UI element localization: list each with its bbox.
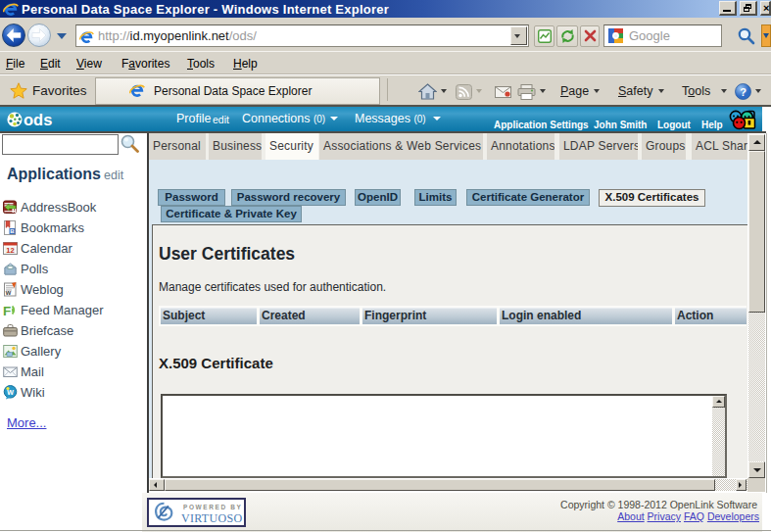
svg-text:F: F [3, 304, 11, 318]
svg-text:w: w [5, 289, 12, 296]
svg-text:?: ? [740, 86, 747, 98]
svg-text:ods: ods [24, 111, 52, 128]
svg-text:12: 12 [6, 246, 14, 255]
svg-text:B: B [10, 228, 15, 234]
